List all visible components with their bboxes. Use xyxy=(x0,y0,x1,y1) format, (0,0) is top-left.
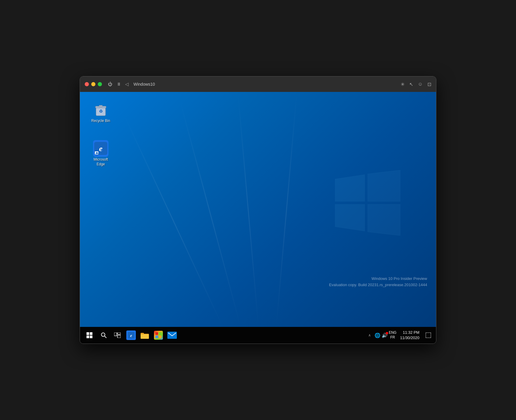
loading-icon[interactable]: ✳ xyxy=(401,82,405,87)
svg-rect-23 xyxy=(159,336,161,338)
task-view-button[interactable] xyxy=(111,329,124,342)
edge-label: Microsoft Edge xyxy=(90,157,111,167)
volume-badge xyxy=(386,332,388,334)
svg-rect-22 xyxy=(155,336,158,338)
language-selector[interactable]: ENG FR xyxy=(389,330,397,340)
svg-rect-15 xyxy=(117,333,121,334)
close-button[interactable] xyxy=(85,82,89,86)
recycle-bin-icon[interactable]: ♻ Recycle Bin xyxy=(89,101,113,125)
cursor-icon[interactable]: ↖ xyxy=(409,82,413,87)
search-button[interactable] xyxy=(97,329,110,342)
svg-rect-2 xyxy=(99,105,103,107)
network-icon[interactable]: 🌐 xyxy=(375,333,380,338)
svg-rect-20 xyxy=(155,332,158,335)
windows-logo-watermark xyxy=(335,170,400,236)
titlebar-controls: ⏻ ⏸ ◁ xyxy=(108,82,129,87)
svg-rect-16 xyxy=(117,335,121,338)
svg-rect-9 xyxy=(90,332,92,335)
pause-icon[interactable]: ⏸ xyxy=(117,82,121,87)
back-icon[interactable]: ◁ xyxy=(125,82,129,87)
svg-text:e: e xyxy=(130,333,132,338)
face-icon[interactable]: ☺ xyxy=(418,82,423,87)
svg-rect-8 xyxy=(86,332,89,335)
system-tray-chevron[interactable]: ∧ xyxy=(366,329,373,342)
watermark-line2: Evaluation copy. Build 20231.rs_prerelea… xyxy=(329,282,427,288)
maximize-button[interactable] xyxy=(98,82,102,86)
svg-rect-14 xyxy=(114,333,117,336)
svg-rect-11 xyxy=(90,336,92,338)
svg-point-12 xyxy=(101,333,105,336)
titlebar-right-controls: ✳ ↖ ☺ ⊡ xyxy=(401,82,431,87)
window-title: Windows10 xyxy=(133,82,155,87)
date-display: 11/30/2020 xyxy=(400,335,419,341)
svg-rect-21 xyxy=(159,332,161,335)
edge-image: e xyxy=(93,141,108,156)
notification-center-button[interactable] xyxy=(423,329,434,342)
clock[interactable]: 11:32 PM 11/30/2020 xyxy=(398,330,422,341)
taskbar-explorer-app[interactable] xyxy=(138,329,151,342)
taskbar-edge-app[interactable]: e xyxy=(125,329,138,342)
taskbar-mail-app[interactable] xyxy=(166,329,179,342)
fullscreen-icon[interactable]: ⊡ xyxy=(427,82,431,87)
desktop[interactable]: ♻ Recycle Bin e xyxy=(80,92,436,327)
svg-line-13 xyxy=(105,336,106,338)
watermark-text: Windows 10 Pro Insider Preview Evaluatio… xyxy=(329,276,427,288)
time-display: 11:32 PM xyxy=(403,330,419,335)
svg-text:e: e xyxy=(99,144,103,153)
taskbar: e xyxy=(80,327,436,344)
start-button[interactable] xyxy=(82,329,97,342)
vm-window: ⏻ ⏸ ◁ Windows10 ✳ ↖ ☺ ⊡ xyxy=(80,76,436,344)
minimize-button[interactable] xyxy=(91,82,95,86)
power-icon[interactable]: ⏻ xyxy=(108,82,112,87)
microsoft-edge-icon[interactable]: e Microsoft Edge xyxy=(89,140,113,168)
taskbar-store-app[interactable] xyxy=(152,329,165,342)
language-bottom: FR xyxy=(390,335,395,340)
titlebar: ⏻ ⏸ ◁ Windows10 ✳ ↖ ☺ ⊡ xyxy=(80,76,436,92)
recycle-bin-image: ♻ xyxy=(93,102,108,117)
recycle-bin-label: Recycle Bin xyxy=(91,119,110,123)
svg-rect-25 xyxy=(426,333,431,338)
svg-text:♻: ♻ xyxy=(99,109,103,114)
watermark-line1: Windows 10 Pro Insider Preview xyxy=(329,276,427,282)
volume-icon[interactable]: 🔊 xyxy=(382,333,388,338)
svg-rect-24 xyxy=(168,332,177,339)
svg-rect-10 xyxy=(86,336,89,338)
traffic-lights xyxy=(85,82,102,86)
taskbar-right: ∧ 🌐 🔊 ENG FR 11:32 PM 11/30/2020 xyxy=(366,329,434,342)
language-top: ENG xyxy=(389,330,397,335)
